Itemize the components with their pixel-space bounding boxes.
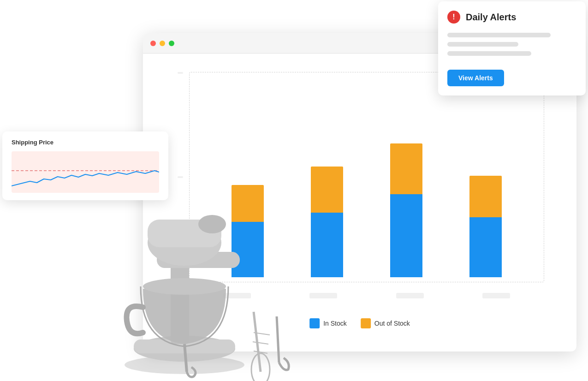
chart-legend: In Stock Out of Stock [309,318,410,328]
bar-group-4 [467,176,504,277]
x-label-3 [396,293,424,298]
bar-stack-2 [311,167,343,277]
alerts-header: ! Daily Alerts [447,11,576,24]
svg-point-8 [198,215,226,233]
bar-group-2 [309,167,345,277]
y-label-top [178,72,183,74]
legend-out-of-stock-label: Out of Stock [374,320,410,327]
alert-line-2 [447,42,518,47]
shipping-price-title: Shipping Price [12,139,159,146]
alert-line-3 [447,51,531,56]
svg-line-16 [277,316,279,363]
bar-stack-3 [390,143,422,277]
view-alerts-button[interactable]: View Alerts [447,70,504,86]
bar-orange-2 [311,167,343,213]
daily-alerts-card: ! Daily Alerts View Alerts [438,1,586,95]
svg-point-9 [143,278,226,295]
legend-blue-swatch [309,318,320,328]
alerts-title: Daily Alerts [466,12,516,23]
minimize-button[interactable] [160,41,165,46]
shipping-price-card: Shipping Price [2,131,168,200]
maximize-button[interactable] [169,41,174,46]
bar-stack-4 [469,176,502,277]
legend-out-of-stock: Out of Stock [361,318,410,328]
bar-blue-4 [469,217,502,277]
alert-icon: ! [447,11,460,24]
bar-orange-4 [469,176,502,217]
bar-group-3 [388,143,425,277]
legend-in-stock-label: In Stock [323,320,347,327]
legend-in-stock: In Stock [309,318,347,328]
svg-line-14 [253,342,268,344]
bar-orange-3 [390,143,422,194]
x-label-4 [482,293,510,298]
shipping-chart [12,151,159,193]
close-button[interactable] [150,41,156,46]
shipping-line-chart [12,151,159,193]
alert-line-1 [447,33,551,37]
legend-orange-swatch [361,318,371,328]
traffic-lights [150,41,174,46]
bar-blue-3 [390,194,422,277]
x-label-2 [309,293,337,298]
bar-blue-2 [311,213,343,277]
